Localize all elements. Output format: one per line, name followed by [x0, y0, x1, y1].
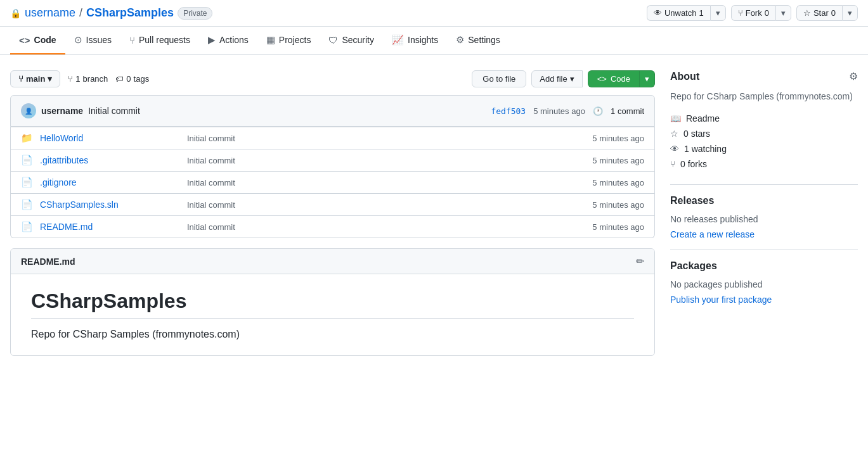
- file-commit-message[interactable]: Initial commit: [187, 134, 585, 143]
- branch-name: main: [26, 74, 45, 84]
- no-packages-text: No packages published: [670, 279, 858, 289]
- tab-actions-label: Actions: [219, 35, 249, 45]
- file-name[interactable]: README.md: [40, 222, 179, 232]
- about-header: About ⚙: [670, 70, 858, 82]
- commit-count-link[interactable]: 1 commit: [611, 106, 644, 116]
- star-dropdown[interactable]: ▾: [842, 5, 858, 21]
- tab-issues-label: Issues: [86, 35, 112, 45]
- forks-stat[interactable]: ⑂ 0 forks: [670, 159, 858, 169]
- readme-stat[interactable]: 📖 Readme: [670, 113, 858, 124]
- file-commit-message[interactable]: Initial commit: [187, 178, 585, 187]
- sidebar-divider-1: [670, 184, 858, 185]
- tab-pull-requests[interactable]: ⑂ Pull requests: [120, 27, 199, 54]
- publish-package-link[interactable]: Publish your first package: [670, 295, 772, 305]
- tab-code-label: Code: [34, 35, 56, 45]
- book-icon: 📖: [670, 113, 681, 124]
- unwatch-count: 1: [699, 8, 703, 18]
- branch-dropdown-icon: ▾: [48, 74, 52, 84]
- create-release-link[interactable]: Create a new release: [670, 229, 755, 239]
- file-commit-message[interactable]: Initial commit: [187, 222, 585, 232]
- tab-security-label: Security: [342, 35, 374, 45]
- commit-count-label: commit: [618, 106, 644, 116]
- unwatch-dropdown[interactable]: ▾: [710, 5, 726, 21]
- add-file-dropdown-icon: ▾: [570, 74, 574, 84]
- star-button[interactable]: ☆ Star 0: [796, 5, 842, 21]
- file-commit-message[interactable]: Initial commit: [187, 200, 585, 210]
- actions-tab-icon: ▶: [208, 34, 216, 46]
- file-icon: 📄: [21, 221, 32, 232]
- file-time: 5 minutes ago: [592, 178, 644, 187]
- main-container: ⑂ main ▾ ⑂ 1 branch 🏷 0 tags Go to file: [0, 55, 868, 371]
- star-stat-icon: ☆: [670, 129, 678, 139]
- add-file-button[interactable]: Add file ▾: [531, 70, 582, 87]
- watching-value: 1 watching: [684, 144, 727, 154]
- content-left: ⑂ main ▾ ⑂ 1 branch 🏷 0 tags Go to file: [10, 70, 655, 356]
- star-icon: ☆: [803, 8, 811, 18]
- top-bar: 🔒 username / CSharpSamples Private 👁 Unw…: [0, 0, 868, 27]
- code-dropdown-button[interactable]: ▾: [640, 70, 655, 87]
- tab-insights[interactable]: 📈 Insights: [383, 27, 447, 54]
- packages-section: Packages No packages published Publish y…: [670, 260, 858, 305]
- stars-value: 0 stars: [683, 129, 710, 139]
- file-icon: 📄: [21, 199, 32, 210]
- tab-actions[interactable]: ▶ Actions: [199, 27, 257, 54]
- file-name[interactable]: .gitignore: [40, 177, 179, 187]
- branch-count[interactable]: ⑂ 1 branch: [68, 74, 108, 84]
- table-row: 📄CSharpSamples.slnInitial commit5 minute…: [11, 193, 654, 215]
- private-badge: Private: [178, 7, 212, 20]
- readme-edit-button[interactable]: ✏: [636, 255, 644, 267]
- tab-pr-label: Pull requests: [139, 35, 190, 45]
- about-settings-button[interactable]: ⚙: [849, 70, 858, 82]
- repo-separator: /: [79, 6, 82, 20]
- fork-dropdown[interactable]: ▾: [775, 5, 791, 21]
- readme-label: Readme: [686, 113, 720, 124]
- code-button[interactable]: <> Code: [588, 70, 640, 87]
- branch-icon: ⑂: [18, 74, 23, 84]
- readme-section: README.md ✏ CSharpSamples Repo for CShar…: [10, 248, 655, 356]
- add-file-label: Add file: [540, 74, 567, 84]
- repo-name[interactable]: CSharpSamples: [86, 6, 174, 20]
- fork-button[interactable]: ⑂ Fork 0: [731, 5, 775, 21]
- table-row: 📁HelloWorldInitial commit5 minutes ago: [11, 127, 654, 149]
- file-name[interactable]: CSharpSamples.sln: [40, 200, 179, 210]
- go-to-file-button[interactable]: Go to file: [472, 70, 526, 87]
- file-commit-message[interactable]: Initial commit: [187, 156, 585, 165]
- branch-count-icon: ⑂: [68, 74, 73, 84]
- tag-icon: 🏷: [115, 74, 124, 84]
- file-icon: 📄: [21, 155, 32, 166]
- branches-label: branch: [83, 74, 108, 84]
- tab-security[interactable]: 🛡 Security: [320, 27, 383, 54]
- tag-count[interactable]: 🏷 0 tags: [115, 74, 149, 84]
- tab-issues[interactable]: ⊙ Issues: [65, 27, 120, 54]
- packages-title: Packages: [670, 260, 858, 272]
- watching-stat[interactable]: 👁 1 watching: [670, 144, 858, 154]
- commit-sha[interactable]: fedf503: [491, 106, 526, 116]
- commit-bar-right: fedf503 5 minutes ago 🕐 1 commit: [491, 106, 644, 116]
- commit-time: 5 minutes ago: [533, 106, 585, 116]
- readme-header: README.md ✏: [11, 249, 654, 274]
- stars-stat[interactable]: ☆ 0 stars: [670, 129, 858, 139]
- fork-count: 0: [765, 8, 769, 18]
- tab-settings[interactable]: ⚙ Settings: [447, 27, 509, 54]
- file-time: 5 minutes ago: [592, 222, 644, 232]
- unwatch-button[interactable]: 👁 Unwatch 1: [647, 5, 710, 21]
- file-name[interactable]: HelloWorld: [40, 133, 179, 143]
- file-time: 5 minutes ago: [592, 134, 644, 143]
- file-name[interactable]: .gitattributes: [40, 155, 179, 165]
- tab-code[interactable]: <> Code: [10, 27, 65, 54]
- repo-owner[interactable]: username: [25, 6, 75, 20]
- issues-tab-icon: ⊙: [74, 34, 82, 46]
- commit-author[interactable]: username: [41, 106, 83, 116]
- fork-btn-group: ⑂ Fork 0 ▾: [731, 5, 791, 21]
- nav-tabs: <> Code ⊙ Issues ⑂ Pull requests ▶ Actio…: [0, 27, 868, 55]
- eye-icon: 👁: [654, 8, 662, 18]
- file-time: 5 minutes ago: [592, 200, 644, 210]
- branch-select[interactable]: ⑂ main ▾: [10, 70, 60, 87]
- tab-projects[interactable]: ▦ Projects: [257, 27, 320, 54]
- fork-icon: ⑂: [738, 8, 743, 18]
- commit-bar: 👤 username Initial commit fedf503 5 minu…: [10, 95, 655, 127]
- lock-icon: 🔒: [10, 8, 21, 18]
- branch-bar-left: ⑂ main ▾ ⑂ 1 branch 🏷 0 tags: [10, 70, 149, 87]
- repo-title: 🔒 username / CSharpSamples Private: [10, 6, 212, 20]
- readme-title: CSharpSamples: [31, 289, 634, 319]
